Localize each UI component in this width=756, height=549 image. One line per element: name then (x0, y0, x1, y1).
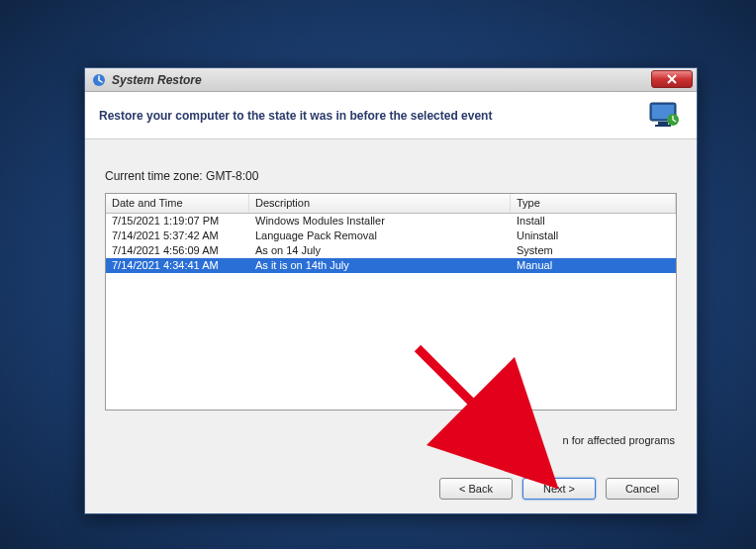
cell-type: Uninstall (511, 229, 676, 243)
column-description[interactable]: Description (249, 194, 511, 213)
table-row[interactable]: 7/14/2021 5:37:42 AMLanguage Pack Remova… (106, 229, 676, 243)
timezone-label: Current time zone: GMT-8:00 (105, 169, 677, 183)
back-button[interactable]: < Back (439, 478, 513, 500)
wizard-body: Current time zone: GMT-8:00 Date and Tim… (85, 139, 697, 411)
cell-datetime: 7/14/2021 4:34:41 AM (106, 258, 249, 273)
table-row[interactable]: 7/15/2021 1:19:07 PMWindows Modules Inst… (106, 214, 676, 229)
cell-description: Windows Modules Installer (249, 214, 511, 229)
svg-rect-3 (658, 122, 668, 125)
wizard-buttons: < Back Next > Cancel (439, 478, 679, 500)
wizard-header: Restore your computer to the state it wa… (85, 92, 697, 139)
wizard-header-text: Restore your computer to the state it wa… (99, 109, 492, 123)
cell-datetime: 7/14/2021 5:37:42 AM (106, 229, 249, 243)
window-title: System Restore (112, 73, 202, 87)
titlebar: System Restore (85, 68, 697, 92)
cell-type: Install (511, 214, 676, 229)
cell-description: As it is on 14th July (249, 258, 511, 273)
cell-type: Manual (511, 258, 676, 273)
restore-points-table[interactable]: Date and Time Description Type 7/15/2021… (105, 193, 677, 411)
table-row[interactable]: 7/14/2021 4:34:41 AMAs it is on 14th Jul… (106, 258, 676, 273)
close-button[interactable] (651, 70, 693, 88)
close-icon (667, 74, 677, 84)
cell-description: As on 14 July (249, 243, 511, 258)
system-restore-dialog: System Restore Restore your computer to … (84, 67, 698, 514)
column-type[interactable]: Type (511, 194, 676, 213)
restore-icon (91, 72, 107, 88)
cell-type: System (511, 243, 676, 258)
svg-rect-4 (655, 125, 671, 127)
scan-affected-link[interactable]: n for affected programs (562, 434, 675, 446)
table-body: 7/15/2021 1:19:07 PMWindows Modules Inst… (106, 214, 676, 273)
cell-description: Language Pack Removal (249, 229, 511, 243)
monitor-icon (647, 98, 683, 134)
next-button[interactable]: Next > (522, 478, 596, 500)
cancel-button[interactable]: Cancel (606, 478, 679, 500)
table-row[interactable]: 7/14/2021 4:56:09 AMAs on 14 JulySystem (106, 243, 676, 258)
cell-datetime: 7/15/2021 1:19:07 PM (106, 214, 249, 229)
column-datetime[interactable]: Date and Time (106, 194, 249, 213)
table-header: Date and Time Description Type (106, 194, 676, 214)
cell-datetime: 7/14/2021 4:56:09 AM (106, 243, 249, 258)
